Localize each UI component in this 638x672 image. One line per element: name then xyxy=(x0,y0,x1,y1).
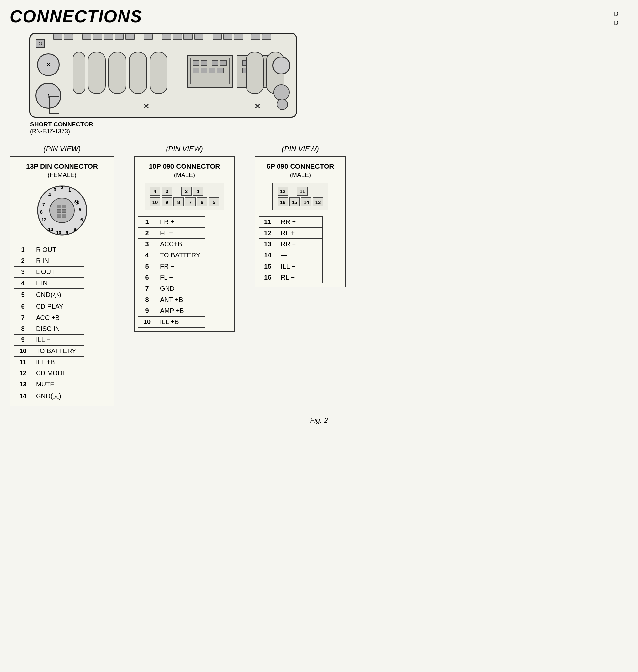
table-row: 6CD PLAY xyxy=(14,301,84,312)
bracket-line xyxy=(49,96,50,114)
table-row: 8DISC IN xyxy=(14,324,84,334)
10p-diagram: 4 3 2 1 10 9 8 7 6 5 xyxy=(145,183,224,210)
svg-text:⑭: ⑭ xyxy=(74,200,79,205)
svg-text:10: 10 xyxy=(56,230,61,235)
knob-left-x: ✕ xyxy=(37,53,60,76)
table-row: 7ACC +B xyxy=(14,312,84,324)
table-row: 3ACC+B xyxy=(138,239,205,250)
table-row: 3L OUT xyxy=(14,266,84,278)
svg-rect-4 xyxy=(57,209,61,213)
table-row: 4L IN xyxy=(14,278,84,289)
fig-label: Fig. 2 xyxy=(10,416,628,425)
table-row: 1R OUT xyxy=(14,244,84,256)
table-row: 15ILL − xyxy=(259,261,323,272)
table-row: 13RR − xyxy=(259,239,323,250)
short-connector-label: SHORT CONNECTOR (RN-EJZ-1373) xyxy=(30,121,628,135)
table-row: 12CD MODE xyxy=(14,368,84,379)
table-row: 9ILL − xyxy=(14,334,84,346)
svg-text:5: 5 xyxy=(79,207,81,212)
svg-rect-5 xyxy=(62,209,66,213)
x-mark-bottom-center: ✕ xyxy=(143,102,149,111)
pin-table-13p: 1R OUT2R IN3L OUT4L IN5GND(小)6CD PLAY7AC… xyxy=(14,244,84,403)
table-row: 11RR + xyxy=(259,217,323,228)
connector-subtitle-6p: (MALE) xyxy=(258,171,342,179)
bracket-top xyxy=(49,96,59,97)
svg-rect-6 xyxy=(57,214,61,217)
table-row: 16RL − xyxy=(259,272,323,283)
svg-text:8: 8 xyxy=(40,209,43,215)
svg-rect-2 xyxy=(57,205,61,208)
page-title: CONNECTIONS xyxy=(10,6,628,26)
connector-title-10p: 10P 090 CONNECTOR xyxy=(138,162,231,170)
svg-text:9: 9 xyxy=(66,230,68,235)
svg-rect-3 xyxy=(62,205,66,208)
table-row: 9AMP +B xyxy=(138,306,205,316)
table-row: 4TO BATTERY xyxy=(138,250,205,261)
pin-views-row: (PIN VIEW) 13P DIN CONNECTOR (FEMALE) xyxy=(10,145,628,406)
svg-text:13: 13 xyxy=(48,227,53,232)
table-row: 11ILL +B xyxy=(14,357,84,368)
svg-text:2: 2 xyxy=(61,185,63,190)
table-row: 10TO BATTERY xyxy=(14,346,84,357)
table-row: 13MUTE xyxy=(14,379,84,390)
svg-text:6: 6 xyxy=(80,217,83,222)
bracket-bottom xyxy=(49,113,59,114)
pin-table-10p: 1FR +2FL +3ACC+B4TO BATTERY5FR −6FL −7GN… xyxy=(138,216,205,328)
slots-group-1 xyxy=(73,52,168,94)
svg-rect-7 xyxy=(62,214,66,217)
pin-view-6p: (PIN VIEW) 6P 090 CONNECTOR (MALE) 12 11 xyxy=(255,145,346,287)
table-row: 6FL − xyxy=(138,272,205,283)
table-row: 10ILL +B xyxy=(138,316,205,328)
6p-diagram: 12 11 16 15 14 13 xyxy=(272,183,329,210)
knob-bottom-right xyxy=(276,99,288,110)
table-row: 2FL + xyxy=(138,228,205,239)
din-diagram-svg: 2 1 3 4 ⑭ 5 7 8 12 13 10 9 8 6 xyxy=(34,183,90,238)
svg-text:3: 3 xyxy=(53,187,56,193)
connector-subtitle-10p: (MALE) xyxy=(138,171,231,179)
svg-text:1: 1 xyxy=(68,187,71,193)
svg-text:4: 4 xyxy=(48,192,51,197)
pin-view-label-13p: (PIN VIEW) xyxy=(44,145,81,153)
pin-view-label-6p: (PIN VIEW) xyxy=(282,145,319,153)
device-diagram: ⬡ ✕ ↑ ✕ xyxy=(29,33,297,118)
connector-title-6p: 6P 090 CONNECTOR xyxy=(258,162,342,170)
table-row: 14— xyxy=(259,250,323,261)
pin-view-13p: (PIN VIEW) 13P DIN CONNECTOR (FEMALE) xyxy=(10,145,114,406)
table-row: 5FR − xyxy=(138,261,205,272)
svg-text:12: 12 xyxy=(41,217,47,222)
connector-subtitle-13p: (FEMALE) xyxy=(14,171,111,179)
table-row: 7GND xyxy=(138,283,205,294)
corner-note: DD xyxy=(614,10,618,28)
table-row: 1FR + xyxy=(138,217,205,228)
table-row: 5GND(小) xyxy=(14,289,84,301)
svg-text:7: 7 xyxy=(43,202,45,207)
pin-view-10p: (PIN VIEW) 10P 090 CONNECTOR (MALE) 4 3 … xyxy=(134,145,235,332)
table-row: 12RL + xyxy=(259,228,323,239)
pin-view-label-10p: (PIN VIEW) xyxy=(166,145,203,153)
table-row: 2R IN xyxy=(14,256,84,266)
svg-text:8: 8 xyxy=(74,227,77,232)
connector-title-13p: 13P DIN CONNECTOR xyxy=(14,162,111,170)
knob-right-bottom xyxy=(273,84,290,101)
pin-table-6p: 11RR +12RL +13RR −14—15ILL −16RL − xyxy=(258,216,323,283)
hex-bolt-tl: ⬡ xyxy=(36,39,45,48)
table-row: 14GND(大) xyxy=(14,390,84,403)
table-row: 8ANT +B xyxy=(138,294,205,306)
knob-right-top xyxy=(272,56,290,75)
x-mark-right: ✕ xyxy=(254,102,260,111)
